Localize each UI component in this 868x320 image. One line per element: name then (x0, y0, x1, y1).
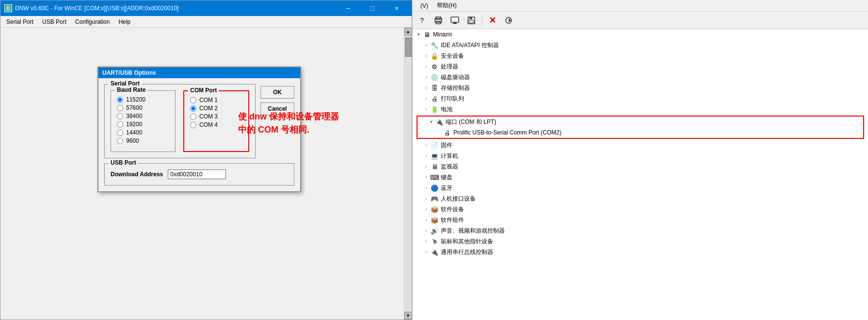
tree-item-computer[interactable]: › 💻 计算机 (413, 151, 868, 161)
icon-monitor: 🖥 (430, 162, 439, 171)
ok-button[interactable]: OK (260, 86, 294, 99)
menu-configuration[interactable]: Configuration (71, 17, 113, 26)
tree-item-software-dev[interactable]: › 📦 软件设备 (413, 204, 868, 215)
dm-delete-btn[interactable]: ✕ (485, 14, 499, 27)
com1-radio[interactable] (190, 97, 196, 103)
icon-print: 🖨 (430, 94, 439, 103)
tree-item-processor[interactable]: › ⚙ 处理器 (413, 61, 868, 72)
baud-19200-row: 19200 (117, 121, 169, 128)
expand-icon-print: › (422, 95, 430, 102)
icon-ide: 🔧 (430, 41, 439, 50)
usb-row: Download Address 0xd0020010 (111, 169, 288, 179)
tree-item-security[interactable]: › 🔒 安全设备 (413, 51, 868, 61)
baud-19200-radio[interactable] (117, 121, 123, 128)
label-usb: 通用串行总线控制器 (441, 248, 493, 256)
svg-rect-5 (452, 23, 457, 24)
com4-radio[interactable] (190, 122, 196, 128)
menu-help[interactable]: Help (114, 17, 134, 26)
tree-item-monitor[interactable]: › 🖥 监视器 (413, 161, 868, 172)
svg-rect-8 (469, 20, 474, 23)
tree-item-firmware[interactable]: › 📄 固件 (413, 140, 868, 151)
baud-rate-group: Baud Rate 115200 57600 (111, 90, 176, 152)
expand-icon-computer: › (422, 152, 430, 160)
baud-38400-row: 38400 (117, 113, 169, 119)
baud-14400-row: 14400 (117, 129, 169, 136)
tree-item-com-lpt[interactable]: ▾ 🔌 端口 (COM 和 LPT) (418, 117, 863, 127)
tree-item-hid[interactable]: › 🎮 人机接口设备 (413, 193, 868, 204)
menu-serial-port[interactable]: Serial Port (2, 17, 37, 26)
baud-115200-radio[interactable] (117, 97, 123, 103)
baud-57600-radio[interactable] (117, 105, 123, 111)
baud-38400-radio[interactable] (117, 113, 123, 119)
download-address-input[interactable]: 0xd0020010 (168, 169, 226, 179)
dm-save-btn[interactable] (464, 14, 479, 27)
download-address-label: Download Address (111, 171, 163, 178)
com-port-legend: COM Port (188, 87, 219, 94)
icon-usb: 🔌 (430, 248, 439, 256)
scroll-up-arrow[interactable]: ▲ (404, 28, 412, 35)
tree-item-battery[interactable]: › 🔋 电池 (413, 104, 868, 115)
dm-print-btn[interactable] (431, 14, 446, 27)
baud-14400-radio[interactable] (117, 130, 123, 136)
label-disk: 磁盘驱动器 (441, 73, 470, 82)
svg-marker-10 (509, 18, 511, 22)
app-icon: D (4, 4, 12, 12)
annotation-line2: 中的 COM 号相同. (238, 123, 339, 136)
dm-content-wrapper: ▾ 🖥 Minami › 🔧 IDE ATA/ATAPI 控制器 › 🔒 安全设… (413, 29, 868, 320)
maximize-button[interactable]: □ (361, 0, 384, 16)
tree-item-mouse[interactable]: › 🖱 鼠标和其他指针设备 (413, 236, 868, 247)
label-bluetooth: 蓝牙 (441, 184, 452, 192)
close-button[interactable]: × (386, 0, 408, 16)
com4-label: COM 4 (199, 121, 218, 128)
com2-radio[interactable] (190, 105, 196, 112)
dm-separator (482, 15, 482, 26)
scroll-down-arrow[interactable]: ▼ (404, 312, 412, 320)
icon-com-lpt: 🔌 (435, 118, 444, 126)
usb-port-legend: USB Port (109, 159, 138, 166)
scroll-thumb[interactable] (405, 37, 412, 57)
tree-item-bluetooth[interactable]: › 🔵 蓝牙 (413, 183, 868, 193)
dm-update-btn[interactable] (501, 14, 516, 27)
minimize-button[interactable]: − (337, 0, 359, 16)
icon-mouse: 🖱 (430, 237, 439, 246)
expand-icon-prolific (435, 129, 443, 136)
label-software-dev: 软件设备 (441, 205, 464, 214)
tree-item-ide[interactable]: › 🔧 IDE ATA/ATAPI 控制器 (413, 40, 868, 51)
tree-item-print[interactable]: › 🖨 打印队列 (413, 93, 868, 104)
expand-icon-hid: › (422, 195, 430, 202)
icon-software-dev: 📦 (430, 205, 439, 214)
tree-item-minami[interactable]: ▾ 🖥 Minami (413, 29, 868, 40)
baud-9600-label: 9600 (126, 137, 139, 144)
com4-row: COM 4 (190, 121, 242, 128)
expand-icon-keyboard: › (422, 173, 430, 181)
baud-57600-row: 57600 (117, 104, 169, 111)
dm-menu-help[interactable]: 帮助(H) (433, 0, 461, 11)
com3-radio[interactable] (190, 114, 196, 120)
icon-hid: 🎮 (430, 194, 439, 203)
title-controls: − □ × (337, 0, 408, 16)
tree-item-software-comp[interactable]: › 📦 软件组件 (413, 215, 868, 225)
menu-usb-port[interactable]: USB Port (38, 17, 70, 26)
expand-icon-ide: › (422, 41, 430, 49)
expand-icon-bluetooth: › (422, 184, 430, 192)
icon-software-comp: 📦 (430, 216, 439, 224)
tree-item-usb[interactable]: › 🔌 通用串行总线控制器 (413, 247, 868, 257)
tree-item-prolific[interactable]: 🖨 Prolific USB-to-Serial Comm Port (COM2… (418, 127, 863, 138)
expand-icon-security: › (422, 52, 430, 60)
expand-icon-software-comp: › (422, 216, 430, 224)
baud-9600-radio[interactable] (117, 138, 123, 144)
tree-item-audio[interactable]: › 🔊 声音、视频和游戏控制器 (413, 225, 868, 236)
svg-rect-7 (469, 17, 472, 19)
annotation-line1: 使 dnw 保持和设备管理器 (238, 110, 339, 123)
tree-item-disk[interactable]: › 💿 磁盘驱动器 (413, 72, 868, 83)
dm-monitor-btn[interactable] (448, 14, 462, 27)
expand-icon-monitor: › (422, 163, 430, 170)
tree-item-keyboard[interactable]: › ⌨ 键盘 (413, 172, 868, 183)
tree-item-storage[interactable]: › 🗄 存储控制器 (413, 83, 868, 93)
label-keyboard: 键盘 (441, 173, 452, 182)
label-com-lpt: 端口 (COM 和 LPT) (446, 118, 496, 126)
dm-help-btn[interactable]: ? (415, 14, 429, 27)
label-firmware: 固件 (441, 141, 452, 150)
dm-menu-view[interactable]: (V) (417, 1, 432, 10)
vertical-scrollbar[interactable]: ▲ ▼ (404, 28, 412, 320)
